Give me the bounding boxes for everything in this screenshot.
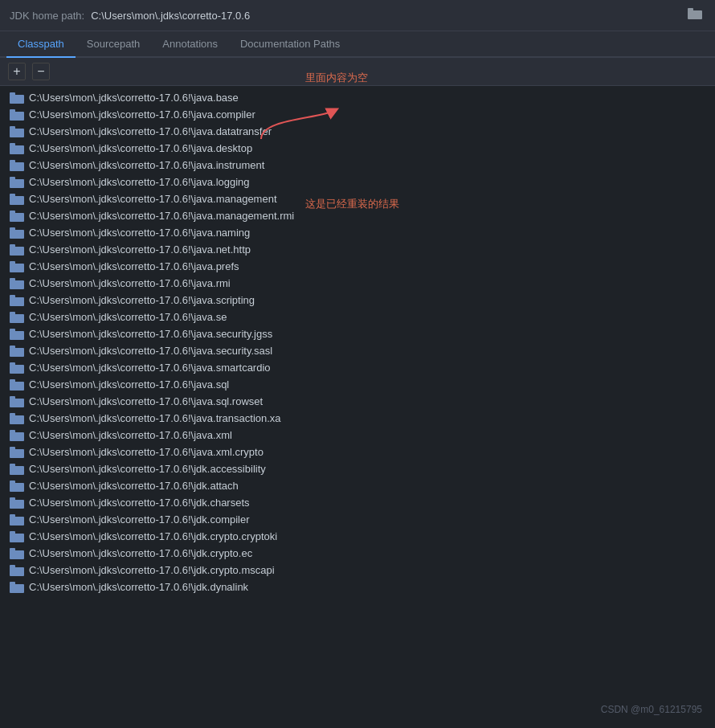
- list-item[interactable]: C:\Users\mon\.jdks\corretto-17.0.6!\java…: [0, 444, 715, 460]
- svg-rect-18: [10, 230, 24, 239]
- svg-rect-54: [10, 534, 24, 542]
- folder-icon: [10, 312, 24, 323]
- tab-classpath[interactable]: Classpath: [6, 31, 76, 58]
- svg-rect-53: [10, 514, 15, 517]
- list-item[interactable]: C:\Users\mon\.jdks\corretto-17.0.6!\jdk.…: [0, 562, 715, 579]
- file-path: C:\Users\mon\.jdks\corretto-17.0.6!\jdk.…: [29, 547, 252, 559]
- list-item[interactable]: C:\Users\mon\.jdks\corretto-17.0.6!\java…: [0, 258, 715, 275]
- folder-icon: [10, 582, 24, 593]
- browse-folder-button[interactable]: [684, 6, 705, 24]
- file-path: C:\Users\mon\.jdks\corretto-17.0.6!\jdk.…: [29, 463, 266, 475]
- svg-rect-48: [10, 483, 24, 492]
- list-item[interactable]: C:\Users\mon\.jdks\corretto-17.0.6!\java…: [0, 140, 715, 157]
- list-item[interactable]: C:\Users\mon\.jdks\corretto-17.0.6!\java…: [0, 359, 715, 376]
- svg-rect-58: [10, 567, 24, 576]
- tab-sourcepath[interactable]: Sourcepath: [76, 31, 152, 58]
- svg-rect-61: [10, 582, 15, 585]
- svg-rect-16: [10, 213, 24, 222]
- svg-rect-13: [10, 177, 15, 180]
- svg-rect-39: [10, 396, 15, 399]
- folder-icon: [10, 346, 24, 357]
- svg-rect-51: [10, 497, 15, 501]
- list-item[interactable]: C:\Users\mon\.jdks\corretto-17.0.6!\java…: [0, 376, 715, 393]
- list-item[interactable]: C:\Users\mon\.jdks\corretto-17.0.6!\jdk.…: [0, 579, 715, 595]
- folder-icon: [10, 481, 24, 492]
- file-path: C:\Users\mon\.jdks\corretto-17.0.6!\jdk.…: [29, 513, 250, 526]
- file-path: C:\Users\mon\.jdks\corretto-17.0.6!\java…: [29, 159, 264, 171]
- file-path: C:\Users\mon\.jdks\corretto-17.0.6!\java…: [29, 142, 252, 154]
- svg-rect-59: [10, 565, 15, 568]
- svg-rect-22: [10, 264, 24, 272]
- file-path: C:\Users\mon\.jdks\corretto-17.0.6!\java…: [29, 227, 250, 239]
- jdk-label: JDK home path:: [10, 10, 84, 22]
- list-item[interactable]: C:\Users\mon\.jdks\corretto-17.0.6!\java…: [0, 89, 715, 106]
- file-path: C:\Users\mon\.jdks\corretto-17.0.6!\java…: [29, 294, 255, 306]
- file-path: C:\Users\mon\.jdks\corretto-17.0.6!\java…: [29, 125, 272, 137]
- list-item[interactable]: C:\Users\mon\.jdks\corretto-17.0.6!\java…: [0, 157, 715, 174]
- svg-rect-35: [10, 362, 15, 366]
- list-item[interactable]: C:\Users\mon\.jdks\corretto-17.0.6!\java…: [0, 174, 715, 190]
- list-item[interactable]: C:\Users\mon\.jdks\corretto-17.0.6!\jdk.…: [0, 545, 715, 562]
- list-item[interactable]: C:\Users\mon\.jdks\corretto-17.0.6!\jdk.…: [0, 528, 715, 545]
- folder-icon: [10, 227, 24, 239]
- list-item[interactable]: C:\Users\mon\.jdks\corretto-17.0.6!\java…: [0, 325, 715, 342]
- list-item[interactable]: C:\Users\mon\.jdks\corretto-17.0.6!\java…: [0, 393, 715, 410]
- svg-rect-56: [10, 550, 24, 559]
- folder-icon: [10, 396, 24, 407]
- tab-documentation[interactable]: Documentation Paths: [229, 31, 351, 58]
- svg-rect-36: [10, 382, 24, 391]
- file-path: C:\Users\mon\.jdks\corretto-17.0.6!\java…: [29, 395, 263, 407]
- svg-rect-3: [10, 92, 15, 96]
- list-item[interactable]: C:\Users\mon\.jdks\corretto-17.0.6!\jdk.…: [0, 511, 715, 528]
- list-item[interactable]: C:\Users\mon\.jdks\corretto-17.0.6!\java…: [0, 427, 715, 444]
- list-item[interactable]: C:\Users\mon\.jdks\corretto-17.0.6!\java…: [0, 309, 715, 325]
- folder-icon: [10, 244, 24, 256]
- list-item[interactable]: C:\Users\mon\.jdks\corretto-17.0.6!\java…: [0, 224, 715, 241]
- remove-button[interactable]: −: [32, 63, 50, 80]
- list-item[interactable]: C:\Users\mon\.jdks\corretto-17.0.6!\java…: [0, 241, 715, 258]
- folder-icon: [10, 278, 24, 289]
- tab-annotations[interactable]: Annotations: [151, 31, 229, 58]
- svg-rect-12: [10, 179, 24, 188]
- file-list: C:\Users\mon\.jdks\corretto-17.0.6!\java…: [0, 86, 715, 599]
- svg-rect-38: [10, 399, 24, 407]
- list-item[interactable]: C:\Users\mon\.jdks\corretto-17.0.6!\jdk.…: [0, 477, 715, 494]
- list-item[interactable]: C:\Users\mon\.jdks\corretto-17.0.6!\java…: [0, 342, 715, 359]
- file-path: C:\Users\mon\.jdks\corretto-17.0.6!\jdk.…: [29, 581, 248, 593]
- folder-icon: [10, 160, 24, 171]
- svg-rect-7: [10, 126, 15, 129]
- list-item[interactable]: C:\Users\mon\.jdks\corretto-17.0.6!\java…: [0, 275, 715, 292]
- file-path: C:\Users\mon\.jdks\corretto-17.0.6!\java…: [29, 243, 251, 256]
- jdk-home-bar: JDK home path: C:\Users\mon\.jdks\corret…: [0, 0, 715, 31]
- folder-icon: [10, 362, 24, 374]
- svg-rect-4: [10, 112, 24, 121]
- list-item[interactable]: C:\Users\mon\.jdks\corretto-17.0.6!\java…: [0, 292, 715, 309]
- svg-rect-21: [10, 244, 15, 247]
- svg-rect-14: [10, 196, 24, 205]
- svg-rect-11: [10, 160, 15, 163]
- list-item[interactable]: C:\Users\mon\.jdks\corretto-17.0.6!\jdk.…: [0, 460, 715, 477]
- list-item[interactable]: C:\Users\mon\.jdks\corretto-17.0.6!\java…: [0, 123, 715, 140]
- add-button[interactable]: +: [8, 63, 26, 80]
- svg-rect-0: [688, 10, 702, 19]
- folder-icon: [10, 211, 24, 222]
- svg-rect-6: [10, 129, 24, 137]
- svg-rect-31: [10, 329, 15, 332]
- svg-rect-34: [10, 365, 24, 374]
- svg-rect-49: [10, 481, 15, 484]
- list-item[interactable]: C:\Users\mon\.jdks\corretto-17.0.6!\java…: [0, 106, 715, 123]
- svg-rect-37: [10, 379, 15, 382]
- list-item[interactable]: C:\Users\mon\.jdks\corretto-17.0.6!\java…: [0, 410, 715, 427]
- file-path: C:\Users\mon\.jdks\corretto-17.0.6!\java…: [29, 412, 281, 424]
- list-item[interactable]: C:\Users\mon\.jdks\corretto-17.0.6!\jdk.…: [0, 494, 715, 511]
- folder-icon: [10, 295, 24, 306]
- svg-rect-28: [10, 314, 24, 323]
- folder-icon: [10, 143, 24, 154]
- svg-rect-46: [10, 466, 24, 475]
- svg-rect-17: [10, 211, 15, 214]
- svg-rect-27: [10, 295, 15, 298]
- annotation-empty: 里面内容为空: [305, 71, 368, 85]
- file-path: C:\Users\mon\.jdks\corretto-17.0.6!\jdk.…: [29, 530, 277, 542]
- svg-rect-43: [10, 430, 15, 433]
- svg-rect-33: [10, 346, 15, 349]
